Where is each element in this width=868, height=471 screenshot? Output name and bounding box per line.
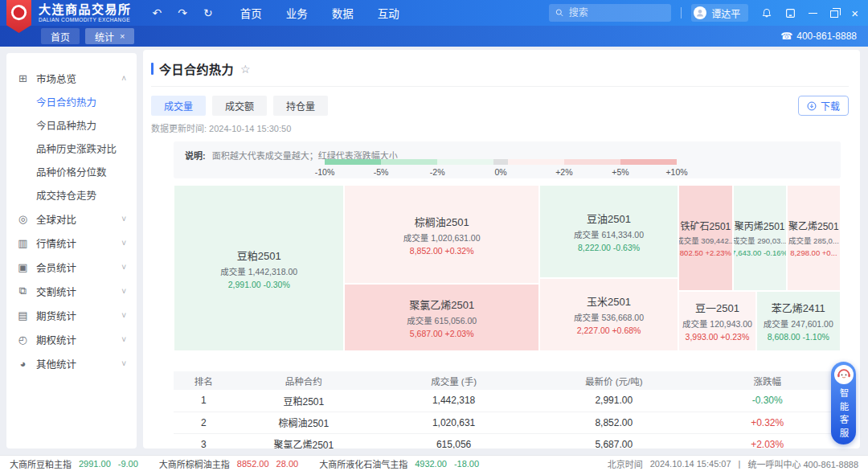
nav-home[interactable]: 首页 bbox=[240, 5, 262, 21]
restore-button[interactable] bbox=[830, 9, 838, 18]
topbar-nav: 首页业务数据互动 bbox=[240, 5, 399, 21]
smart-service-widget[interactable]: 智能客服 bbox=[831, 362, 856, 444]
col-header-2: 成交量 (手) bbox=[374, 371, 534, 390]
sidebar-group-label: 会员统计 bbox=[36, 260, 121, 275]
forward-icon[interactable]: ↷ bbox=[178, 6, 187, 19]
index-change: -9.00 bbox=[118, 459, 138, 469]
treemap-cell-name: 聚氯乙烯2501 bbox=[409, 297, 474, 312]
sidebar-item-volume-oi-trend[interactable]: 成交持仓走势 bbox=[6, 183, 137, 207]
other-stats-icon: ◕ bbox=[17, 358, 29, 370]
treemap-cell[interactable]: 豆粕2501成交量 1,442,318.002,991.00 -0.30% bbox=[174, 185, 344, 351]
chevron-down-icon: ˅ bbox=[121, 311, 126, 320]
tabs: 首页统计× bbox=[35, 28, 134, 44]
sidebar-item-label: 品种价格分位数 bbox=[36, 164, 107, 179]
favorite-star-icon[interactable]: ☆ bbox=[240, 63, 251, 76]
tab-statistics[interactable]: 统计× bbox=[85, 28, 134, 44]
search-icon bbox=[555, 8, 564, 18]
treemap-cell[interactable]: 玉米2501成交量 536,668.002,227.00 +0.68% bbox=[539, 278, 678, 351]
sidebar-group-member-stats[interactable]: ▣会员统计˅ bbox=[6, 255, 137, 279]
treemap-cell[interactable]: 聚丙烯2501成交量 290,03...7,643.00 -0.16% bbox=[733, 185, 787, 291]
content-header: 今日合约热力 ☆ bbox=[143, 50, 860, 87]
sidebar-group-options-stats[interactable]: ◴期权统计˅ bbox=[6, 327, 137, 351]
sidebar-group-label: 交割统计 bbox=[36, 284, 121, 299]
back-icon[interactable]: ↶ bbox=[153, 6, 162, 19]
treemap-cell[interactable]: 豆油2501成交量 614,334.008,222.00 -0.63% bbox=[539, 185, 678, 278]
sidebar-group-global-compare[interactable]: ◎全球对比˅ bbox=[6, 207, 137, 231]
scale-tick: +2% bbox=[555, 167, 572, 177]
statusbar-right: 北京时间 2024.10.14 15:45:07 | 统一呼叫中心 400-86… bbox=[608, 457, 858, 470]
sidebar-group-other-stats[interactable]: ◕其他统计˅ bbox=[6, 351, 137, 375]
header-divider bbox=[151, 86, 849, 87]
treemap-cell-name: 聚丙烯2501 bbox=[735, 219, 785, 232]
body: ⊞市场总览˄今日合约热力今日品种热力品种历史涨跌对比品种价格分位数成交持仓走势◎… bbox=[0, 47, 868, 455]
sidebar-item-today-contract-heat[interactable]: 今日合约热力 bbox=[6, 90, 137, 113]
service-avatar bbox=[834, 365, 854, 384]
treemap-cell-name: 豆油2501 bbox=[587, 211, 631, 226]
cell-change: +0.32% bbox=[694, 412, 841, 433]
treemap-cell-name: 豆一2501 bbox=[695, 300, 739, 315]
search-input[interactable] bbox=[569, 7, 665, 18]
treemap-cell[interactable]: 铁矿石2501成交量 309,442...802.50 +2.23% bbox=[678, 185, 732, 291]
sidebar-item-label: 成交持仓走势 bbox=[36, 187, 96, 203]
refresh-icon[interactable]: ↻ bbox=[203, 6, 213, 19]
tabbar: 首页统计× ☎ 400-861-8888 bbox=[0, 26, 868, 47]
treemap-cell-volume: 成交量 309,442... bbox=[678, 235, 732, 246]
minimize-button[interactable] bbox=[809, 13, 817, 14]
user-chip[interactable]: 谭达平 bbox=[691, 4, 748, 22]
index-label: 大商所棕榈油主指 bbox=[159, 457, 230, 470]
chevron-down-icon: ˅ bbox=[121, 335, 126, 344]
nav-business[interactable]: 业务 bbox=[286, 5, 308, 21]
nav-interact[interactable]: 互动 bbox=[378, 5, 399, 21]
treemap-cell-volume: 成交量 285,0... bbox=[788, 235, 839, 246]
view-button-open-interest[interactable]: 持仓量 bbox=[273, 96, 328, 116]
workbench-panel-icon[interactable] bbox=[785, 8, 796, 18]
sidebar-item-variety-history-compare[interactable]: 品种历史涨跌对比 bbox=[6, 137, 137, 160]
view-toolbar: 成交量成交额持仓量 下载 bbox=[151, 96, 849, 116]
scale-segment bbox=[381, 159, 437, 165]
view-button-volume[interactable]: 成交量 bbox=[151, 96, 206, 116]
update-time: 数据更新时间: 2024-10-14 15:30:50 bbox=[151, 121, 849, 134]
index-label: 大商所豆粕主指 bbox=[10, 457, 72, 470]
table-row: 3聚氯乙烯2501615,0565,687.00+2.03% bbox=[174, 433, 841, 448]
sidebar-group-quote-stats[interactable]: ▥行情统计˅ bbox=[6, 231, 137, 255]
download-button[interactable]: 下载 bbox=[798, 96, 849, 116]
treemap-cell-volume: 成交量 1,020,631.00 bbox=[403, 231, 481, 244]
tab-label: 首页 bbox=[51, 30, 70, 43]
brand-name: 大连商品交易所 bbox=[39, 3, 132, 15]
scale-segment bbox=[564, 159, 620, 165]
treemap-cell[interactable]: 聚氯乙烯2501成交量 615,056.005,687.00 +2.03% bbox=[344, 284, 538, 351]
treemap-cell[interactable]: 豆一2501成交量 120,943.003,993.00 +0.23% bbox=[678, 291, 755, 351]
topbar-divider bbox=[681, 7, 682, 18]
scale-tick: +10% bbox=[665, 167, 687, 177]
app-window: 大连商品交易所 DALIAN COMMODITY EXCHANGE ↶ ↷ ↻ … bbox=[0, 0, 868, 471]
market-overview-icon: ⊞ bbox=[17, 72, 29, 84]
sidebar-group-market-overview[interactable]: ⊞市场总览˄ bbox=[6, 66, 137, 90]
nav-data[interactable]: 数据 bbox=[332, 5, 354, 21]
treemap-cell[interactable]: 聚乙烯2501成交量 285,0...8,298.00 +0... bbox=[787, 185, 841, 291]
cell-volume: 1,020,631 bbox=[374, 412, 534, 433]
delivery-stats-icon: ⧉ bbox=[17, 285, 29, 297]
sidebar-group-futures-stats[interactable]: ▤期货统计˅ bbox=[6, 303, 137, 327]
tab-close-icon[interactable]: × bbox=[120, 31, 125, 41]
notifications-bell-icon[interactable] bbox=[761, 7, 772, 18]
index-value: 2991.00 bbox=[79, 459, 111, 469]
scale-tick: +5% bbox=[612, 167, 628, 177]
treemap-cell[interactable]: 苯乙烯2411成交量 247,601.008,608.00 -1.10% bbox=[756, 291, 841, 351]
treemap-cell[interactable]: 棕榈油2501成交量 1,020,631.008,852.00 +0.32% bbox=[344, 185, 538, 284]
person-icon bbox=[695, 8, 705, 18]
sidebar-item-today-variety-heat[interactable]: 今日品种热力 bbox=[6, 113, 137, 137]
treemap-cell-price: 2,227.00 +0.68% bbox=[577, 326, 641, 335]
index-item: 大商所棕榈油主指8852.0028.00 bbox=[159, 457, 298, 470]
sidebar-item-variety-price-percentile[interactable]: 品种价格分位数 bbox=[6, 160, 137, 183]
window-controls: × bbox=[761, 7, 858, 19]
page-title: 今日合约热力 bbox=[159, 60, 234, 77]
member-stats-icon: ▣ bbox=[17, 261, 29, 273]
treemap-cell-name: 铁矿石2501 bbox=[681, 219, 731, 232]
close-button[interactable]: × bbox=[851, 7, 858, 19]
scale-segment bbox=[620, 159, 677, 165]
tab-home[interactable]: 首页 bbox=[41, 28, 80, 44]
sidebar-group-delivery-stats[interactable]: ⧉交割统计˅ bbox=[6, 279, 137, 303]
search-box[interactable] bbox=[549, 4, 671, 22]
view-button-turnover[interactable]: 成交额 bbox=[212, 96, 267, 116]
cell-rank: 2 bbox=[174, 412, 234, 433]
